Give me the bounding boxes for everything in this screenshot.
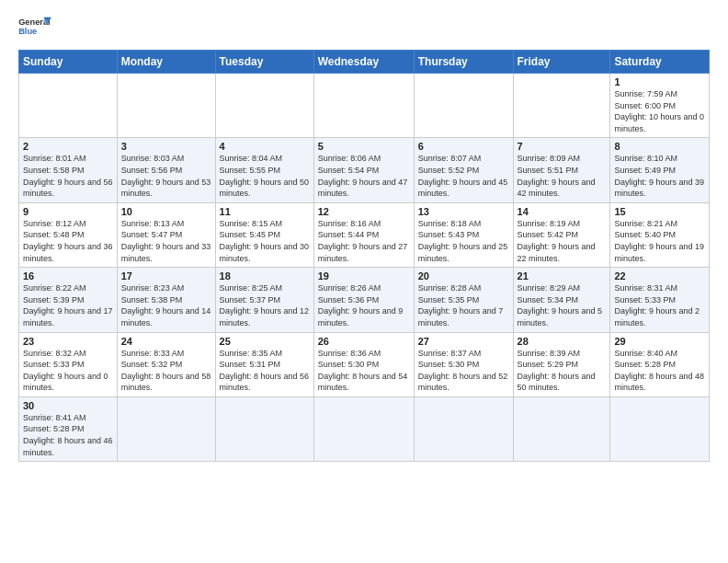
day-number: 5 (318, 141, 410, 152)
day-number: 12 (318, 206, 410, 217)
day-info: Sunrise: 8:26 AM Sunset: 5:36 PM Dayligh… (318, 282, 410, 328)
calendar-cell (215, 74, 313, 138)
calendar-cell (117, 74, 215, 138)
calendar-cell: 20Sunrise: 8:28 AM Sunset: 5:35 PM Dayli… (414, 268, 513, 332)
day-number: 26 (318, 336, 410, 347)
calendar-week-row: 30Sunrise: 8:41 AM Sunset: 5:28 PM Dayli… (19, 396, 710, 461)
weekday-header-friday: Friday (513, 51, 610, 74)
calendar-table: SundayMondayTuesdayWednesdayThursdayFrid… (18, 50, 710, 462)
day-number: 28 (518, 336, 607, 347)
calendar-week-row: 1Sunrise: 7:59 AM Sunset: 6:00 PM Daylig… (19, 74, 710, 138)
calendar-cell: 5Sunrise: 8:06 AM Sunset: 5:54 PM Daylig… (313, 138, 414, 202)
svg-text:Blue: Blue (18, 27, 37, 36)
day-info: Sunrise: 8:12 AM Sunset: 5:48 PM Dayligh… (23, 218, 113, 264)
calendar-cell (513, 396, 610, 461)
day-info: Sunrise: 8:16 AM Sunset: 5:44 PM Dayligh… (318, 218, 410, 264)
day-number: 27 (418, 336, 509, 347)
calendar-cell: 10Sunrise: 8:13 AM Sunset: 5:47 PM Dayli… (117, 202, 215, 267)
day-info: Sunrise: 8:23 AM Sunset: 5:38 PM Dayligh… (121, 282, 211, 328)
calendar-cell: 1Sunrise: 7:59 AM Sunset: 6:00 PM Daylig… (610, 74, 710, 138)
day-info: Sunrise: 8:06 AM Sunset: 5:54 PM Dayligh… (318, 153, 410, 199)
calendar-cell (414, 74, 513, 138)
day-info: Sunrise: 8:10 AM Sunset: 5:49 PM Dayligh… (614, 153, 705, 199)
day-info: Sunrise: 8:31 AM Sunset: 5:33 PM Dayligh… (614, 282, 705, 328)
header-area: General Blue (18, 15, 710, 42)
logo: General Blue (18, 15, 51, 42)
calendar-cell: 29Sunrise: 8:40 AM Sunset: 5:28 PM Dayli… (610, 332, 710, 396)
day-number: 4 (220, 141, 310, 152)
calendar-cell: 11Sunrise: 8:15 AM Sunset: 5:45 PM Dayli… (215, 202, 313, 267)
day-info: Sunrise: 8:37 AM Sunset: 5:30 PM Dayligh… (418, 348, 509, 394)
calendar-cell: 13Sunrise: 8:18 AM Sunset: 5:43 PM Dayli… (414, 202, 513, 267)
calendar-cell: 26Sunrise: 8:36 AM Sunset: 5:30 PM Dayli… (313, 332, 414, 396)
day-number: 20 (418, 270, 509, 282)
weekday-header-saturday: Saturday (610, 51, 710, 74)
day-number: 1 (614, 76, 705, 87)
calendar-cell: 25Sunrise: 8:35 AM Sunset: 5:31 PM Dayli… (215, 332, 313, 396)
day-number: 21 (518, 270, 607, 282)
day-info: Sunrise: 8:28 AM Sunset: 5:35 PM Dayligh… (418, 282, 509, 328)
calendar-cell: 22Sunrise: 8:31 AM Sunset: 5:33 PM Dayli… (610, 268, 710, 332)
day-info: Sunrise: 8:21 AM Sunset: 5:40 PM Dayligh… (614, 218, 705, 264)
day-number: 3 (121, 141, 211, 152)
page: General Blue SundayMondayTuesdayWednesda… (0, 0, 728, 471)
day-info: Sunrise: 8:09 AM Sunset: 5:51 PM Dayligh… (518, 153, 607, 199)
day-number: 23 (23, 336, 113, 347)
day-number: 11 (220, 206, 310, 217)
day-info: Sunrise: 8:41 AM Sunset: 5:28 PM Dayligh… (23, 412, 113, 458)
day-number: 15 (614, 206, 705, 217)
day-info: Sunrise: 8:18 AM Sunset: 5:43 PM Dayligh… (418, 218, 509, 264)
day-number: 18 (220, 270, 310, 282)
weekday-header-sunday: Sunday (19, 51, 118, 74)
calendar-cell: 15Sunrise: 8:21 AM Sunset: 5:40 PM Dayli… (610, 202, 710, 267)
day-number: 6 (418, 141, 509, 152)
calendar-cell: 7Sunrise: 8:09 AM Sunset: 5:51 PM Daylig… (513, 138, 610, 202)
day-number: 10 (121, 206, 211, 217)
day-info: Sunrise: 8:15 AM Sunset: 5:45 PM Dayligh… (220, 218, 310, 264)
calendar-week-row: 2Sunrise: 8:01 AM Sunset: 5:58 PM Daylig… (19, 138, 710, 202)
day-number: 19 (318, 270, 410, 282)
day-number: 30 (23, 400, 113, 411)
calendar-cell: 14Sunrise: 8:19 AM Sunset: 5:42 PM Dayli… (513, 202, 610, 267)
calendar-cell: 6Sunrise: 8:07 AM Sunset: 5:52 PM Daylig… (414, 138, 513, 202)
day-info: Sunrise: 8:29 AM Sunset: 5:34 PM Dayligh… (518, 282, 607, 328)
calendar-cell: 19Sunrise: 8:26 AM Sunset: 5:36 PM Dayli… (313, 268, 414, 332)
calendar-cell (215, 396, 313, 461)
calendar-cell: 27Sunrise: 8:37 AM Sunset: 5:30 PM Dayli… (414, 332, 513, 396)
weekday-header-thursday: Thursday (414, 51, 513, 74)
calendar-cell: 9Sunrise: 8:12 AM Sunset: 5:48 PM Daylig… (19, 202, 118, 267)
calendar-week-row: 23Sunrise: 8:32 AM Sunset: 5:33 PM Dayli… (19, 332, 710, 396)
day-info: Sunrise: 7:59 AM Sunset: 6:00 PM Dayligh… (614, 88, 705, 134)
calendar-cell: 8Sunrise: 8:10 AM Sunset: 5:49 PM Daylig… (610, 138, 710, 202)
calendar-cell: 30Sunrise: 8:41 AM Sunset: 5:28 PM Dayli… (19, 396, 118, 461)
calendar-cell: 23Sunrise: 8:32 AM Sunset: 5:33 PM Dayli… (19, 332, 118, 396)
day-number: 24 (121, 336, 211, 347)
day-number: 22 (614, 270, 705, 282)
general-blue-logo-icon: General Blue (18, 15, 51, 42)
day-info: Sunrise: 8:25 AM Sunset: 5:37 PM Dayligh… (220, 282, 310, 328)
day-info: Sunrise: 8:36 AM Sunset: 5:30 PM Dayligh… (318, 348, 410, 394)
day-info: Sunrise: 8:03 AM Sunset: 5:56 PM Dayligh… (121, 153, 211, 199)
calendar-cell (414, 396, 513, 461)
day-number: 17 (121, 270, 211, 282)
day-info: Sunrise: 8:33 AM Sunset: 5:32 PM Dayligh… (121, 348, 211, 394)
calendar-week-row: 16Sunrise: 8:22 AM Sunset: 5:39 PM Dayli… (19, 268, 710, 332)
calendar-cell: 17Sunrise: 8:23 AM Sunset: 5:38 PM Dayli… (117, 268, 215, 332)
weekday-header-tuesday: Tuesday (215, 51, 313, 74)
calendar-cell: 21Sunrise: 8:29 AM Sunset: 5:34 PM Dayli… (513, 268, 610, 332)
calendar-cell (117, 396, 215, 461)
day-number: 7 (518, 141, 607, 152)
calendar-cell: 2Sunrise: 8:01 AM Sunset: 5:58 PM Daylig… (19, 138, 118, 202)
day-number: 8 (614, 141, 705, 152)
day-number: 16 (23, 270, 113, 282)
weekday-header-monday: Monday (117, 51, 215, 74)
calendar-cell: 4Sunrise: 8:04 AM Sunset: 5:55 PM Daylig… (215, 138, 313, 202)
calendar-cell: 3Sunrise: 8:03 AM Sunset: 5:56 PM Daylig… (117, 138, 215, 202)
day-info: Sunrise: 8:35 AM Sunset: 5:31 PM Dayligh… (220, 348, 310, 394)
calendar-cell (610, 396, 710, 461)
calendar-cell (313, 396, 414, 461)
day-number: 9 (23, 206, 113, 217)
calendar-cell (513, 74, 610, 138)
day-number: 29 (614, 336, 705, 347)
calendar-cell: 16Sunrise: 8:22 AM Sunset: 5:39 PM Dayli… (19, 268, 118, 332)
